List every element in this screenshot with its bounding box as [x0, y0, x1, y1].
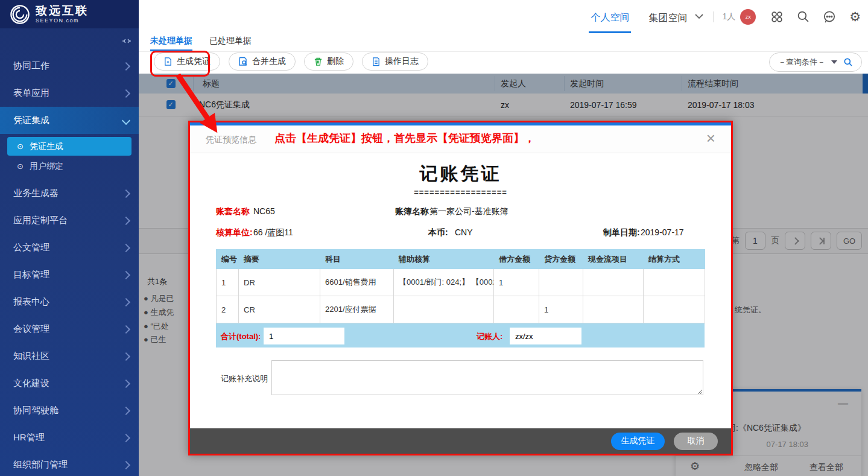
voucher-row: 2 CR 2201/应付票据 1 — [217, 296, 705, 323]
chevron-right-icon — [122, 216, 130, 224]
search-icon[interactable] — [797, 10, 809, 23]
sidebar-item-collab-work[interactable]: 协同工作 — [0, 52, 139, 80]
brand-name-en: SEEYON.com — [36, 18, 89, 24]
sidebar-item-label: HR管理 — [13, 432, 45, 443]
sidebar-subitem-voucher-generate[interactable]: ⊙ 凭证生成 — [7, 137, 131, 156]
bookkeeper-input[interactable] — [510, 328, 581, 344]
tab-group-space[interactable]: 集团空间 — [647, 1, 689, 32]
cancel-button[interactable]: 取消 — [674, 433, 718, 450]
sidebar-item-cockpit[interactable]: 协同驾驶舱 — [0, 397, 139, 424]
sidebar-item-label: 凭证集成 — [13, 115, 49, 126]
sidebar-item-label: 公文管理 — [13, 242, 49, 253]
sidebar-item-report-center[interactable]: 报表中心 — [0, 288, 139, 316]
doc-search-icon — [238, 57, 248, 66]
col-summary: 摘要 — [239, 250, 320, 269]
button-label: 删除 — [327, 56, 344, 67]
chevron-right-icon — [122, 460, 130, 469]
gear-glyph: ⚙ — [849, 10, 861, 23]
brand-name-cn: 致远互联 — [36, 5, 89, 16]
modal-footer: 生成凭证 取消 — [190, 428, 731, 454]
ledger-value: 第一家公司-基准账簿 — [429, 206, 508, 217]
sidebar-nav: 协同工作 表单应用 凭证集成 ⊙ 凭证生成 ⊙ 用户绑定 业务生成器 — [0, 52, 139, 476]
avatar[interactable]: zx — [740, 9, 756, 25]
caret-down-icon — [831, 60, 837, 64]
header-right-cluster: 个人空间 集团空间 1人 zx — [589, 0, 861, 33]
tab-pending-docs[interactable]: 未处理单据 — [150, 36, 192, 51]
total-input[interactable] — [264, 328, 344, 344]
message-icon[interactable] — [823, 10, 836, 24]
sidebar-item-knowledge-community[interactable]: 知识社区 — [0, 343, 139, 370]
sidebar-item-org-dept-mgmt[interactable]: 组织部门管理 — [0, 451, 139, 476]
cell-aux — [394, 296, 494, 323]
voucher-title: 记账凭证 — [190, 162, 731, 186]
sidebar-submenu: ⊙ 凭证生成 ⊙ 用户绑定 — [0, 134, 139, 180]
sidebar-item-label: 业务生成器 — [13, 188, 59, 199]
book-set-value: NC65 — [253, 206, 275, 216]
chevron-right-icon — [122, 270, 130, 279]
toolbar: 生成凭证 合并生成 删除 — [139, 52, 868, 74]
document-tabs: 未处理单据 已处理单据 — [139, 33, 868, 52]
operation-log-button[interactable]: 操作日志 — [362, 52, 428, 71]
tab-processed-docs[interactable]: 已处理单据 — [209, 36, 252, 51]
online-count: 1人 — [722, 11, 735, 22]
chevron-right-icon — [122, 89, 130, 97]
tab-personal-space[interactable]: 个人空间 — [589, 1, 631, 33]
sidebar-item-form-app[interactable]: 表单应用 — [0, 80, 139, 107]
cell-no: 1 — [217, 269, 239, 296]
brand-logo: 致远互联 SEEYON.com — [0, 0, 139, 28]
sidebar-item-goal-mgmt[interactable]: 目标管理 — [0, 261, 139, 288]
cell-summary: CR — [239, 296, 320, 323]
date-label: 制单日期: — [603, 227, 640, 238]
sidebar-item-label: 目标管理 — [13, 269, 49, 281]
sidebar-item-app-custom-platform[interactable]: 应用定制平台 — [0, 207, 139, 234]
sidebar-item-hr-mgmt[interactable]: HR管理 — [0, 424, 139, 451]
app-grid-icon[interactable] — [770, 10, 784, 24]
sidebar-item-meeting-mgmt[interactable]: 会议管理 — [0, 316, 139, 343]
header-divider — [713, 11, 714, 22]
confirm-generate-voucher-button[interactable]: 生成凭证 — [611, 433, 665, 450]
chevron-down-icon — [122, 116, 130, 124]
sidebar-item-label: 表单应用 — [13, 87, 49, 99]
cell-credit — [539, 269, 583, 296]
sidebar-item-business-builder[interactable]: 业务生成器 — [0, 180, 139, 207]
cell-aux: 【0001/部门: 024;】 【0002 — [394, 269, 494, 296]
note-textarea[interactable] — [271, 360, 703, 395]
sidebar-item-label: 报表中心 — [13, 296, 49, 308]
query-condition-dropdown[interactable]: －查询条件－ — [769, 52, 862, 72]
chevron-right-icon — [122, 379, 130, 387]
sidebar-item-culture[interactable]: 文化建设 — [0, 370, 139, 397]
query-search-icon[interactable] — [843, 57, 853, 67]
delete-button[interactable]: 删除 — [304, 52, 353, 71]
cell-debit — [494, 296, 539, 323]
log-doc-icon — [372, 57, 381, 66]
chevron-right-icon — [122, 406, 130, 414]
voucher-body: 记账凭证 ================== 账套名称 NC65 账簿名称 第… — [190, 162, 731, 396]
space-chevron-down-icon[interactable] — [695, 14, 703, 19]
cell-settlement — [644, 269, 705, 296]
chevron-right-icon — [122, 297, 130, 306]
chevron-right-icon — [122, 189, 130, 197]
query-label: －查询条件－ — [778, 57, 825, 68]
col-no: 编号 — [217, 250, 239, 269]
merge-generate-button[interactable]: 合并生成 — [229, 52, 296, 71]
subitem-label: 用户绑定 — [30, 161, 63, 172]
col-settlement: 结算方式 — [644, 250, 705, 269]
collapse-sidebar-icon[interactable] — [122, 37, 131, 45]
trash-icon — [314, 57, 323, 66]
sidebar-collapse-row — [0, 28, 139, 52]
voucher-row: 1 DR 6601/销售费用 【0001/部门: 024;】 【0002 1 — [217, 269, 705, 296]
top-header: 个人空间 集团空间 1人 zx — [139, 0, 868, 33]
close-icon[interactable]: × — [706, 129, 715, 148]
voucher-table: 编号 摘要 科目 辅助核算 借方金额 贷方金额 现金流项目 结算方式 1 DR — [216, 249, 705, 323]
sidebar-item-official-doc[interactable]: 公文管理 — [0, 234, 139, 261]
sidebar-subitem-user-binding[interactable]: ⊙ 用户绑定 — [7, 157, 131, 176]
cell-cashflow — [583, 269, 644, 296]
sidebar-item-voucher-integration[interactable]: 凭证集成 — [0, 107, 139, 134]
col-subject: 科目 — [320, 250, 394, 269]
cell-settlement — [644, 296, 705, 323]
seeyon-swirl-icon — [10, 4, 30, 25]
chevron-right-icon — [122, 243, 130, 252]
modal-header: 凭证预览信息 点击【生成凭证】按钮，首先显示【凭证预览界面】， × — [190, 125, 731, 153]
settings-gear-icon[interactable]: ⚙ — [849, 10, 861, 23]
book-set-label: 账套名称 — [216, 206, 250, 217]
